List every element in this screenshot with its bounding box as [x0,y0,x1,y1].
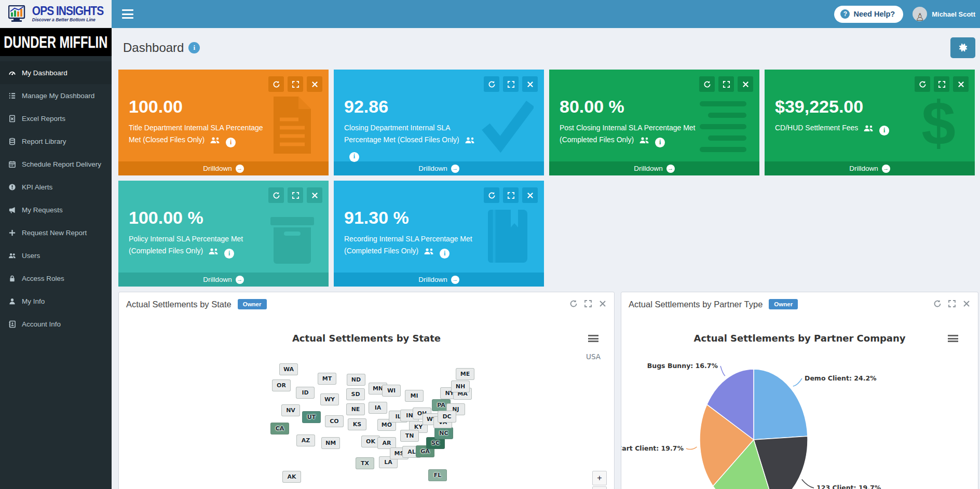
refresh-icon[interactable] [933,300,942,309]
drilldown-button[interactable]: Drilldown→ [118,273,329,287]
sidebar-item-report-library[interactable]: Report Library [0,130,112,153]
close-icon[interactable] [598,300,607,309]
close-button[interactable] [522,187,538,203]
close-button[interactable] [307,76,322,92]
map-state-OR[interactable]: OR [272,379,291,391]
sidebar-item-manage-my-dashboard[interactable]: Manage My Dashboard [0,84,112,107]
expand-button[interactable] [934,76,949,92]
info-icon[interactable]: i [349,152,359,162]
map-zoom-out-button[interactable] [592,486,607,489]
map-state-AK[interactable]: AK [282,471,301,483]
drilldown-button[interactable]: Drilldown→ [765,161,975,175]
refresh-button[interactable] [699,76,715,92]
chart-context-menu-icon[interactable] [588,335,598,342]
pie-label-connector [686,447,697,450]
owner-badge: Owner [769,299,798,309]
close-icon[interactable] [962,300,971,309]
map-state-ME[interactable]: ME [456,368,474,380]
sidebar-item-users[interactable]: Users [0,244,112,267]
sidebar-item-excel-reports[interactable]: Excel Reports [0,107,112,130]
map-state-CA[interactable]: CA [270,423,289,434]
sidebar-item-account-info[interactable]: Account Info [0,313,112,335]
users-icon[interactable] [465,136,475,148]
refresh-icon[interactable] [569,300,578,309]
app-logo[interactable]: OPS INSIGHTS Discover a Better Bottom Li… [0,0,112,28]
map-state-ND[interactable]: ND [347,374,365,386]
map-state-AZ[interactable]: AZ [296,434,315,446]
users-icon[interactable] [210,136,221,148]
expand-button[interactable] [288,76,303,92]
pie-slice-demo-client[interactable] [754,369,808,440]
users-icon[interactable] [863,124,874,136]
map-state-WY[interactable]: WY [320,393,339,405]
sidebar-item-schedule-report-delivery[interactable]: Schedule Report Delivery [0,153,112,175]
expand-button[interactable] [503,76,519,92]
map-state-UT[interactable]: UT [302,411,321,423]
info-icon[interactable]: i [879,126,889,135]
chart-context-menu-icon[interactable] [948,335,958,342]
users-icon[interactable] [639,136,650,148]
map-state-NC[interactable]: NC [434,427,453,439]
expand-icon[interactable] [948,300,956,309]
sidebar-toggle-icon[interactable] [122,9,133,19]
info-icon[interactable]: i [226,138,236,147]
map-state-WI[interactable]: WI [382,385,401,397]
refresh-button[interactable] [268,187,284,203]
map-state-NV[interactable]: NV [281,404,300,416]
info-icon[interactable]: i [440,249,450,259]
topbar: ? Need Help? ♙ Michael Scott [112,0,980,28]
sidebar-item-access-roles[interactable]: Access Roles [0,267,112,290]
refresh-button[interactable] [268,76,284,92]
info-icon[interactable]: i [224,249,234,259]
close-button[interactable] [522,76,538,92]
map-state-CO[interactable]: CO [325,415,344,427]
sidebar: OPS INSIGHTS Discover a Better Bottom Li… [0,0,112,489]
sidebar-item-my-dashboard[interactable]: My Dashboard [0,61,112,84]
map-zoom-in-button[interactable]: + [592,471,607,485]
map-state-TX[interactable]: TX [356,457,374,469]
drilldown-button[interactable]: Drilldown→ [549,161,759,175]
map-state-TN[interactable]: TN [400,430,419,442]
users-icon[interactable] [424,247,434,259]
sidebar-item-my-info[interactable]: My Info [0,290,112,313]
map-state-FL[interactable]: FL [428,469,447,481]
map-state-ID[interactable]: ID [296,387,315,399]
map-state-WA[interactable]: WA [279,363,298,375]
close-button[interactable] [953,76,969,92]
map-state-NM[interactable]: NM [321,437,340,449]
main-area: ? Need Help? ♙ Michael Scott Dashboard i [112,0,980,489]
expand-icon[interactable] [584,300,592,309]
user-avatar[interactable]: ♙ [913,7,927,21]
sidebar-item-my-requests[interactable]: My Requests [0,198,112,221]
need-help-button[interactable]: ? Need Help? [834,6,903,23]
sidebar-item-kpi-alerts[interactable]: KPI Alerts [0,175,112,198]
question-icon: ? [840,9,850,19]
expand-button[interactable] [718,76,734,92]
arrow-circle-right-icon: → [882,165,890,173]
sidebar-item-request-new-report[interactable]: Request New Report [0,221,112,244]
map-state-MI[interactable]: MI [405,390,424,402]
drilldown-button[interactable]: Drilldown→ [334,273,544,287]
map-state-NH[interactable]: NH [451,381,470,392]
map-state-IA[interactable]: IA [369,402,387,414]
drilldown-button[interactable]: Drilldown→ [334,161,544,175]
dashboard-settings-button[interactable] [950,37,975,58]
drilldown-button[interactable]: Drilldown→ [118,161,329,175]
map-state-DC[interactable]: DC [438,411,456,423]
close-button[interactable] [738,76,753,92]
map-state-KS[interactable]: KS [348,418,366,430]
users-icon[interactable] [208,247,219,259]
close-button[interactable] [307,187,322,203]
expand-button[interactable] [288,187,303,203]
map-state-SD[interactable]: SD [346,388,365,400]
map-state-MT[interactable]: MT [318,373,336,385]
map-state-NE[interactable]: NE [346,403,365,415]
refresh-button[interactable] [484,187,499,203]
refresh-button[interactable] [484,76,499,92]
expand-button[interactable] [503,187,519,203]
info-icon[interactable]: i [655,138,665,147]
user-name[interactable]: Michael Scott [932,10,975,18]
pie-panel-header: Actual Settlements by Partner Type Owner [621,292,978,316]
refresh-button[interactable] [915,76,930,92]
page-info-icon[interactable]: i [188,42,200,53]
